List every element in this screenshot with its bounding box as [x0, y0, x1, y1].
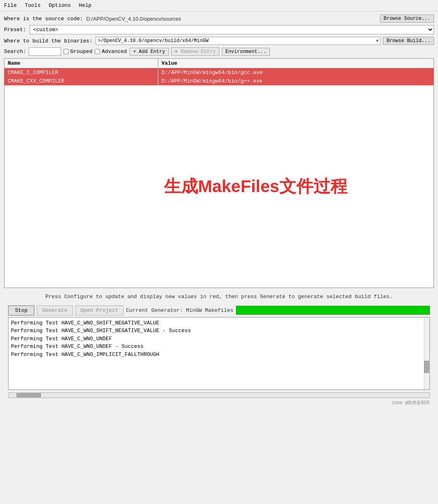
build-path-arrow-icon: ▼ — [376, 39, 378, 43]
progress-bar — [236, 306, 430, 315]
generator-label: Current Generator: MinGW Makefiles — [126, 307, 233, 313]
remove-entry-button[interactable]: ✖ Remove Entry — [171, 47, 219, 56]
menu-bar: File Tools Options Help — [0, 0, 438, 11]
config-table: Name Value CMAKE_C_COMPILER D:/APP/MinGW… — [4, 58, 434, 288]
search-input[interactable] — [29, 47, 61, 56]
log-line-4: Performing Test HAVE_C_WNO_UNDEF - Succe… — [11, 343, 427, 351]
environment-button[interactable]: Environment... — [222, 48, 270, 56]
log-scrollbar[interactable] — [424, 318, 429, 390]
toolbar-row: Search: Grouped Advanced + Add Entry ✖ R… — [4, 47, 434, 56]
search-label: Search: — [4, 49, 26, 55]
stop-button[interactable]: Stop — [8, 305, 34, 316]
hint-text: Press Configure to update and display ne… — [4, 290, 434, 304]
row-name-cmake-c: CMAKE_C_COMPILER — [4, 68, 158, 77]
source-row: Where is the source code: Browse Source.… — [4, 15, 434, 23]
preset-label: Preset: — [4, 27, 26, 33]
add-entry-button[interactable]: + Add Entry — [130, 48, 169, 56]
menu-help[interactable]: Help — [79, 2, 91, 8]
browse-build-button[interactable]: Browse Build... — [383, 37, 434, 45]
menu-options[interactable]: Options — [49, 2, 71, 8]
log-panel[interactable]: Performing Test HAVE_C_WNO_SHIFT_NEGATIV… — [8, 317, 430, 390]
source-label: Where is the source code: — [4, 16, 83, 22]
advanced-checkbox-label[interactable]: Advanced — [95, 49, 127, 55]
header-value: Value — [158, 59, 434, 68]
build-path-container: ▼ — [96, 37, 381, 45]
advanced-checkbox[interactable] — [95, 49, 100, 54]
browse-source-button[interactable]: Browse Source... — [380, 15, 434, 23]
log-line-2: Performing Test HAVE_C_WNO_SHIFT_NEGATIV… — [11, 327, 427, 335]
generate-button[interactable]: Generate — [37, 305, 72, 316]
menu-file[interactable]: File — [4, 2, 17, 8]
scrollbar-thumb[interactable] — [424, 361, 429, 373]
log-line-3: Performing Test HAVE_C_WNO_UNDEF — [11, 335, 427, 343]
row-value-cmake-c: D:/APP/MinGW/mingw64/bin/gcc.exe — [158, 68, 434, 77]
source-path-input[interactable] — [86, 16, 380, 22]
main-content: Where is the source code: Browse Source.… — [0, 11, 438, 410]
watermark-text: 生成MakeFiles文件过程 — [164, 175, 347, 198]
scroll-thumb[interactable] — [17, 393, 41, 397]
table-row[interactable]: CMAKE_CXX_COMPILER D:/APP/MinGW/mingw64/… — [4, 77, 434, 85]
header-name: Name — [4, 59, 158, 68]
log-line-5: Performing Test HAVE_C_WNO_IMPLICIT_FALL… — [11, 351, 427, 359]
build-label: Where to build the binaries: — [4, 38, 92, 44]
grouped-checkbox-label[interactable]: Grouped — [64, 49, 93, 55]
table-row[interactable]: CMAKE_C_COMPILER D:/APP/MinGW/mingw64/bi… — [4, 68, 434, 77]
grouped-checkbox[interactable] — [64, 49, 69, 54]
preset-row: Preset: <custom> — [4, 25, 434, 34]
open-project-button[interactable]: Open Project — [75, 305, 124, 316]
bottom-toolbar: Stop Generate Open Project Current Gener… — [4, 304, 434, 317]
watermark-bottom: CSDN @陈然姿郭环 — [4, 399, 434, 407]
row-value-cmake-cxx: D:/APP/MinGW/mingw64/bin/g++.exe — [158, 77, 434, 85]
table-header: Name Value — [4, 59, 434, 68]
log-line-1: Performing Test HAVE_C_WNO_SHIFT_NEGATIV… — [11, 319, 427, 327]
preset-select[interactable]: <custom> — [30, 25, 434, 34]
row-name-cmake-cxx: CMAKE_CXX_COMPILER — [4, 77, 158, 85]
table-empty-area: 生成MakeFiles文件过程 — [4, 85, 434, 288]
build-path-input[interactable] — [98, 38, 374, 44]
build-row: Where to build the binaries: ▼ Browse Bu… — [4, 37, 434, 45]
grouped-label: Grouped — [70, 49, 93, 55]
horizontal-scrollbar[interactable] — [8, 392, 430, 398]
menu-tools[interactable]: Tools — [25, 2, 40, 8]
advanced-label: Advanced — [102, 49, 127, 55]
